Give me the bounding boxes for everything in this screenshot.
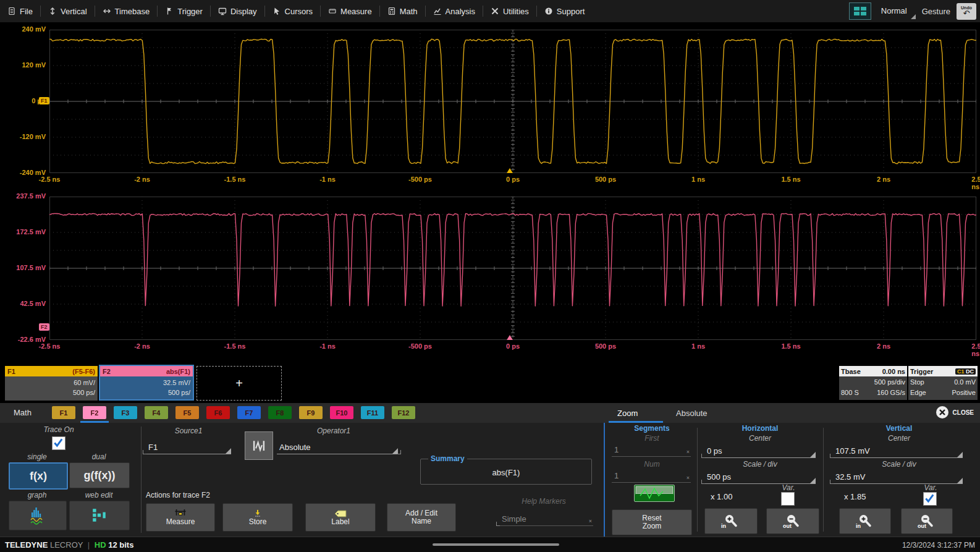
- trigger-source-badge: C1 DC: [955, 368, 976, 375]
- f2-trigger-position-marker[interactable]: [507, 335, 513, 340]
- trace-on-checkbox[interactable]: [52, 436, 65, 450]
- status-bar: TELEDYNE LECROY | HD 12 bits 12/3/2024 3…: [0, 537, 980, 552]
- f1-trigger-position-marker[interactable]: [507, 168, 513, 173]
- ruler-icon: [328, 7, 337, 15]
- tab-f11[interactable]: F11: [361, 406, 384, 419]
- vertical-zoom-in-button[interactable]: in: [839, 508, 891, 534]
- tab-f1[interactable]: F1: [52, 406, 75, 419]
- trace-on-label: Trace On: [25, 425, 93, 434]
- menu-item-analysis[interactable]: Analysis: [426, 4, 483, 19]
- brand-logo: TELEDYNE LECROY | HD 12 bits: [5, 540, 133, 550]
- tab-f8[interactable]: F8: [268, 406, 292, 419]
- menu-item-file[interactable]: File: [0, 4, 40, 19]
- horizontal-center-dropdown[interactable]: 0 ps: [704, 444, 816, 458]
- segments-first-input[interactable]: 1×: [612, 444, 691, 457]
- f2-descriptor-box[interactable]: F2 abs(F1) 32.5 mV/ 500 ps/: [100, 366, 193, 399]
- summary-label: Summary: [428, 454, 467, 463]
- f1-zero-level-tag[interactable]: F1: [39, 97, 49, 104]
- f2-x-tick-label: 1 ns: [691, 342, 705, 350]
- grid-mode-button[interactable]: [849, 2, 871, 20]
- f2-x-tick-label: -2.5 ns: [39, 342, 61, 350]
- tab-f12[interactable]: F12: [392, 406, 415, 419]
- tab-f7[interactable]: F7: [237, 406, 261, 419]
- f2-vertical-scale: 32.5 mV/: [100, 378, 190, 388]
- graph-mode-button[interactable]: [9, 501, 67, 530]
- tab-f5[interactable]: F5: [175, 406, 199, 419]
- vertical-scale-dropdown[interactable]: 32.5 mV: [833, 470, 963, 484]
- horizontal-zoom-out-button[interactable]: out: [766, 508, 819, 534]
- timebase-rate: 160 GS/s: [877, 388, 905, 398]
- zoom-preview-button[interactable]: [634, 485, 675, 502]
- dual-label: dual: [69, 452, 129, 461]
- store-action-button[interactable]: Store: [222, 503, 293, 532]
- panel-drag-handle[interactable]: [433, 543, 559, 546]
- f1-x-tick-label: 2.5 ns: [971, 176, 980, 190]
- timebase-box[interactable]: Tbase 0.00 ns 500 ps/div 800 S 160 GS/s: [839, 366, 907, 399]
- menu-item-display[interactable]: Display: [211, 4, 264, 19]
- tab-f4[interactable]: F4: [145, 406, 168, 419]
- f2-descriptor-name: F2: [103, 368, 111, 375]
- add-trace-button[interactable]: +: [196, 366, 282, 401]
- vertical-center-dropdown[interactable]: 107.5 mV: [833, 444, 963, 458]
- summary-value: abs(F1): [421, 468, 591, 477]
- file-icon: [7, 7, 16, 15]
- measure-action-button[interactable]: Measure: [146, 503, 215, 532]
- reset-zoom-button[interactable]: ResetZoom: [612, 509, 692, 535]
- close-panel-button[interactable]: CLOSE: [936, 406, 974, 419]
- math-group-label: Math: [14, 408, 32, 417]
- tab-zoom[interactable]: Zoom: [609, 406, 646, 421]
- tab-f6[interactable]: F6: [206, 406, 230, 419]
- menu-item-math[interactable]: Math: [380, 4, 425, 19]
- f1-x-tick-label: 2 ns: [877, 176, 890, 183]
- chevron-corner-icon: [911, 14, 916, 19]
- single-fx-button[interactable]: f(x): [9, 462, 68, 490]
- tab-f10[interactable]: F10: [330, 406, 353, 419]
- tab-f3[interactable]: F3: [114, 406, 137, 419]
- add-edit-name-button[interactable]: Add / EditName: [387, 503, 456, 532]
- undo-button[interactable]: Undo↶: [957, 3, 976, 20]
- tab-f9[interactable]: F9: [299, 406, 323, 419]
- menu-item-timebase[interactable]: Timebase: [95, 4, 158, 19]
- f2-waveform-grid[interactable]: [49, 197, 976, 340]
- menu-item-utilities[interactable]: Utilities: [483, 4, 536, 19]
- vertical-zoom-out-button[interactable]: out: [901, 508, 953, 534]
- f2-zero-level-tag[interactable]: F2: [39, 323, 49, 331]
- f1-y-tick-label: 240 mV: [1, 25, 46, 33]
- clock-datetime: 12/3/2024 3:12:37 PM: [902, 541, 975, 550]
- f1-vertical-scale: 60 mV/: [5, 378, 95, 388]
- menu-item-trigger[interactable]: Trigger: [158, 4, 210, 19]
- horizontal-var-checkbox[interactable]: [781, 492, 795, 506]
- f2-x-tick-label: -2 ns: [134, 342, 150, 350]
- f1-descriptor-source: (F5-F6): [72, 368, 95, 375]
- display-icon: [218, 7, 227, 15]
- menu-item-vertical[interactable]: Vertical: [41, 4, 95, 19]
- horizontal-zoom-in-button[interactable]: in: [704, 508, 758, 534]
- f1-x-tick-label: -1 ns: [319, 176, 336, 183]
- dual-gfx-button[interactable]: g(f(x)): [69, 462, 130, 488]
- menu-item-cursors[interactable]: Cursors: [265, 4, 321, 19]
- zoom-waveform-thumbnail-icon: [635, 486, 674, 501]
- web-edit-button[interactable]: [69, 501, 130, 530]
- segments-num-input[interactable]: 1×: [612, 470, 691, 483]
- label-action-button[interactable]: Label: [305, 503, 376, 532]
- trigger-box[interactable]: Trigger C1 DC Stop 0.0 mV Edge Positive: [908, 366, 978, 399]
- f1-waveform-grid[interactable]: [49, 30, 976, 173]
- help-markers-dropdown[interactable]: Simple×: [499, 512, 593, 526]
- segments-header: Segments: [609, 424, 695, 433]
- f1-descriptor-box[interactable]: F1 (F5-F6) 60 mV/ 500 ps/: [5, 366, 98, 399]
- menu-item-measure[interactable]: Measure: [321, 4, 379, 19]
- f1-y-tick-label: 120 mV: [1, 61, 46, 69]
- operator1-dropdown[interactable]: Absolute: [277, 439, 398, 454]
- f1-x-tick-label: 0 ps: [506, 176, 520, 183]
- display-mode-dropdown[interactable]: Normal: [877, 4, 916, 19]
- source1-dropdown[interactable]: F1: [146, 439, 231, 454]
- actions-for-trace-label: Actions for trace F2: [146, 491, 210, 499]
- trigger-flag-icon: [165, 7, 174, 15]
- horizontal-scale-dropdown[interactable]: 500 ps: [704, 470, 816, 484]
- menu-item-support[interactable]: Support: [537, 4, 593, 19]
- tab-f2[interactable]: F2: [83, 406, 106, 419]
- close-icon: [936, 406, 949, 419]
- tab-absolute[interactable]: Absolute: [667, 406, 716, 421]
- segments-first-label: First: [609, 434, 695, 443]
- vertical-var-checkbox[interactable]: [923, 492, 937, 506]
